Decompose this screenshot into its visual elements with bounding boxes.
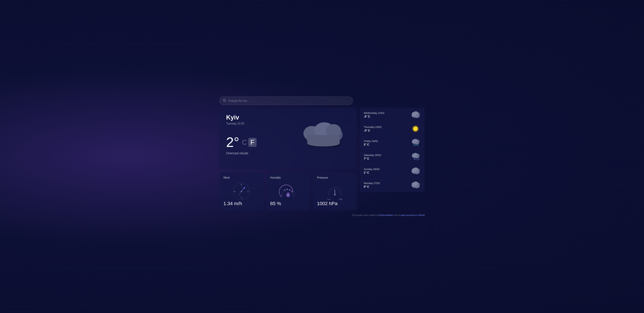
footer-text: This project was coded by — [352, 214, 378, 216]
forecast-day-label: Wednesday 22/02 — [364, 112, 384, 114]
unit-toggle[interactable]: C F — [242, 138, 256, 147]
forecast-card: Monday 27/020° C — [360, 178, 425, 192]
svg-line-78 — [414, 144, 414, 146]
svg-line-54 — [329, 194, 330, 195]
svg-text:✳: ✳ — [418, 158, 420, 160]
svg-text:✳: ✳ — [414, 158, 416, 160]
temperature-value: 2° — [226, 136, 239, 149]
forecast-day-label: Friday 24/02 — [364, 140, 378, 142]
humidity-value: 85 % — [270, 201, 306, 206]
wind-card: Wind — [219, 172, 263, 210]
svg-line-58 — [337, 189, 338, 190]
forecast-day-label: Sunday 26/02 — [364, 168, 380, 170]
wind-label: Wind — [224, 176, 259, 179]
forecast-column: Wednesday 22/02-2° C Thursday 23/02-3° C… — [360, 108, 425, 210]
pressure-gauge: Low High — [317, 182, 353, 201]
svg-line-17 — [236, 196, 236, 198]
svg-line-55 — [330, 192, 331, 192]
search-bar[interactable] — [219, 96, 353, 105]
forecast-weather-icon — [410, 166, 420, 175]
forecast-temp-value: -3° C — [364, 129, 382, 132]
forecast-temp-value: 1° C — [364, 171, 380, 174]
pressure-low-label: Low — [327, 198, 330, 200]
footer-github-link[interactable]: open-sourced on GitHub — [400, 214, 425, 216]
footer-author-link[interactable]: Kristina Bekher — [378, 214, 393, 216]
fahrenheit-button[interactable]: F — [248, 138, 256, 147]
svg-line-48 — [292, 195, 293, 196]
svg-line-18 — [246, 196, 247, 198]
pressure-card: Pressure — [313, 172, 357, 210]
svg-line-79 — [415, 144, 416, 146]
svg-line-80 — [416, 144, 417, 146]
svg-line-59 — [338, 192, 340, 192]
svg-line-44 — [283, 190, 283, 190]
wind-value: 1.34 m/h — [224, 201, 259, 206]
svg-line-35 — [282, 194, 283, 195]
compass-icon: N S W E — [232, 182, 251, 201]
search-icon — [223, 99, 226, 103]
svg-point-68 — [414, 111, 418, 116]
pressure-gauge-icon — [324, 183, 345, 200]
footer-middle: and is — [393, 214, 400, 216]
svg-line-60 — [340, 194, 341, 194]
humidity-gauge — [270, 182, 306, 201]
svg-point-34 — [241, 191, 242, 192]
humidity-card: Humidity — [266, 172, 310, 210]
forecast-card: Saturday 25/027° C ✳ ✳ ✳ — [360, 150, 425, 164]
forecast-temp-value: 0° C — [364, 185, 380, 188]
forecast-temp-value: 2° C — [364, 143, 378, 146]
humidity-gauge-icon — [278, 183, 298, 200]
svg-text:S: S — [241, 197, 242, 199]
forecast-weather-icon — [410, 138, 420, 147]
svg-line-43 — [282, 197, 282, 198]
forecast-weather-icon — [410, 181, 420, 189]
svg-line-56 — [332, 189, 333, 190]
pressure-label: Pressure — [317, 176, 353, 179]
pressure-value: 1002 hPa — [317, 201, 353, 206]
forecast-temp-value: 7° C — [364, 157, 381, 160]
city-search-input[interactable] — [228, 99, 349, 102]
forecast-temp-value: -2° C — [364, 115, 384, 118]
weather-description: Overcast clouds — [226, 152, 350, 155]
svg-point-94 — [414, 168, 418, 172]
svg-point-77 — [414, 139, 418, 142]
svg-line-49 — [293, 197, 294, 197]
svg-line-16 — [246, 186, 247, 186]
humidity-label: Humidity — [270, 176, 306, 179]
forecast-weather-icon: ✳ ✳ ✳ — [410, 152, 420, 161]
svg-point-50 — [284, 190, 285, 190]
svg-line-41 — [293, 194, 294, 194]
svg-point-99 — [414, 182, 418, 186]
svg-point-86 — [414, 153, 418, 156]
svg-text:E: E — [247, 190, 248, 192]
svg-point-53 — [292, 191, 292, 192]
celsius-button[interactable]: C — [242, 138, 247, 146]
forecast-card: Sunday 26/021° C — [360, 164, 425, 178]
forecast-card: Friday 24/022° C — [360, 136, 425, 150]
svg-line-33 — [238, 192, 241, 196]
svg-point-9 — [307, 140, 340, 146]
svg-marker-32 — [244, 187, 246, 188]
left-column: Kyiv Tuesday 22:55 — [219, 108, 357, 210]
compass-container: N S W E — [224, 182, 259, 201]
svg-line-15 — [236, 186, 236, 186]
main-weather-card: Kyiv Tuesday 22:55 — [219, 108, 357, 169]
svg-text:N: N — [241, 184, 242, 186]
info-cards-row: Wind — [219, 172, 357, 210]
main-layout: Kyiv Tuesday 22:55 — [219, 108, 425, 210]
svg-point-63 — [334, 194, 336, 196]
forecast-day-label: Saturday 25/02 — [364, 154, 381, 156]
svg-line-1 — [225, 101, 226, 101]
forecast-list: Wednesday 22/02-2° C Thursday 23/02-3° C… — [360, 108, 425, 192]
forecast-weather-icon — [410, 110, 420, 119]
svg-line-81 — [418, 144, 418, 146]
weather-cloud-icon — [299, 118, 347, 149]
svg-point-52 — [289, 190, 290, 190]
forecast-card: Thursday 23/02-3° C — [360, 122, 425, 136]
svg-line-42 — [282, 196, 282, 196]
footer: This project was coded by Kristina Bekhe… — [219, 214, 425, 216]
svg-text:✳: ✳ — [416, 158, 418, 161]
pressure-high-label: High — [339, 198, 343, 200]
svg-text:W: W — [234, 190, 236, 192]
svg-point-51 — [287, 189, 288, 190]
